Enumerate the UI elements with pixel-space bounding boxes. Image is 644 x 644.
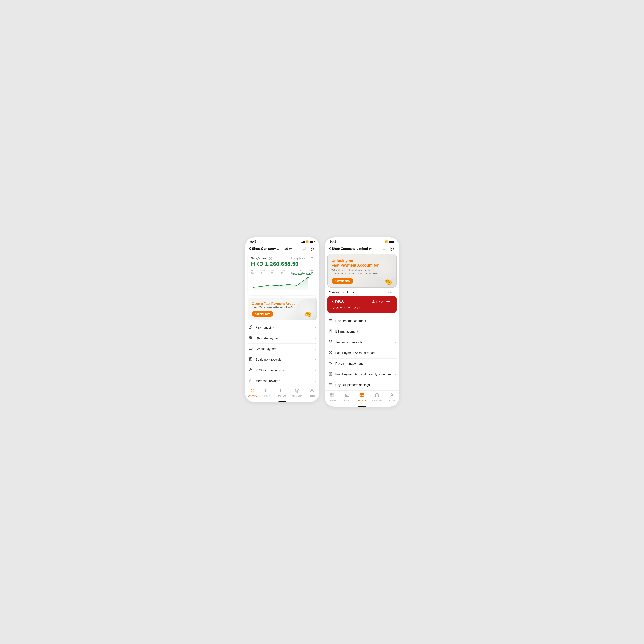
fpa-report-icon	[328, 351, 333, 355]
menu-item-payout-settings[interactable]: Pay-Out platform settings ›	[327, 380, 397, 390]
line-chart	[251, 276, 313, 291]
menu-list-1: Payment Link › QR code payment ›	[248, 322, 317, 386]
activate-btn-2[interactable]: Activate Now	[332, 278, 353, 284]
info-icon[interactable]: i	[269, 257, 272, 260]
home-indicator-2	[358, 406, 366, 407]
payee-mgmt-icon	[328, 361, 333, 366]
activate-btn-1[interactable]: Activate Now	[252, 311, 274, 317]
time-1: 9:41	[250, 240, 256, 243]
menu-item-qr[interactable]: QR code payment ›	[248, 333, 317, 344]
overview-icon	[250, 388, 255, 394]
nav-payin-1[interactable]: Pay-In	[262, 388, 273, 397]
svg-rect-9	[249, 338, 250, 339]
svg-rect-61	[330, 393, 332, 395]
arrow-fpa-statement: ›	[395, 373, 396, 376]
scan-icon-2[interactable]	[389, 246, 395, 252]
arrow-payment-mgmt: ›	[395, 319, 396, 323]
arrow-settlement: ›	[315, 358, 316, 361]
nav-label-overview-2: Overview	[328, 399, 337, 401]
nav-label-profile-2: Profile	[389, 399, 395, 401]
svg-rect-2	[311, 249, 312, 250]
svg-point-71	[391, 394, 393, 395]
message-icon-2[interactable]	[380, 246, 387, 252]
bank-card-balance: HKD ****** ›	[372, 300, 393, 304]
menu-label-bill-mgmt: Bill management	[335, 330, 358, 333]
status-icons-2: 📶	[381, 240, 394, 243]
nav-label-application-1: Application	[292, 395, 302, 397]
arrow-bill-mgmt: ›	[395, 330, 396, 333]
company-name-text-1: K Shop Company Limited	[249, 247, 288, 251]
payin-update: Last update at : 14:00	[291, 257, 313, 260]
swap-icon-2[interactable]: ⇄	[369, 247, 372, 251]
company-name-text-2: K Shop Company Limited	[329, 247, 368, 251]
menu-label-fpa-statement: Fast Payment Account monthly statement	[335, 373, 392, 376]
menu-item-payment-mgmt[interactable]: Payment management ›	[327, 316, 397, 326]
application-nav-icon-1	[295, 388, 299, 394]
arrow-create-payment: ›	[315, 347, 316, 351]
svg-rect-63	[330, 395, 332, 397]
message-icon[interactable]	[301, 246, 307, 252]
section-title-bank: Connect to Bank	[329, 291, 354, 294]
menu-item-pos[interactable]: POS income records ›	[248, 365, 317, 376]
menu-item-transaction[interactable]: Transaction records ›	[327, 337, 397, 348]
rewards-icon	[248, 379, 253, 383]
nav-label-application-2: Application	[372, 399, 382, 401]
nav-payout-1[interactable]: Pay-Out	[276, 388, 288, 397]
wifi-icon: 📶	[305, 240, 309, 243]
svg-rect-32	[280, 389, 284, 392]
menu-item-create-payment[interactable]: Create payment ›	[248, 344, 317, 354]
app-header-2: K Shop Company Limited ⇄	[325, 244, 399, 254]
swap-icon-1[interactable]: ⇄	[289, 247, 292, 251]
payment-mgmt-icon	[328, 319, 333, 323]
menu-item-fpa-statement[interactable]: Fast Payment Account monthly statement ›	[327, 369, 397, 380]
scan-icon[interactable]	[310, 246, 316, 252]
payin-amount: HKD 1,260,658.50	[251, 261, 313, 267]
nav-application-1[interactable]: Application	[291, 388, 303, 397]
svg-rect-48	[329, 342, 330, 343]
menu-label-pos: POS income records	[256, 369, 284, 372]
svg-rect-64	[332, 395, 334, 397]
wifi-icon-2: 📶	[385, 240, 388, 243]
svg-rect-65	[345, 394, 349, 397]
nav-profile-2[interactable]: Profile	[386, 393, 397, 401]
payment-link-icon	[248, 325, 253, 330]
svg-rect-3	[313, 249, 314, 250]
svg-point-51	[330, 362, 330, 363]
bottom-nav-2: Overview Pay-In Pay-Out Application	[325, 390, 399, 405]
nav-profile-1[interactable]: Profile	[306, 388, 318, 397]
transaction-icon	[328, 340, 333, 345]
menu-item-bill-mgmt[interactable]: Bill management ›	[327, 326, 397, 337]
profile-nav-icon-2	[389, 393, 394, 399]
nav-payout-2[interactable]: Pay-Out	[356, 393, 368, 401]
menu-label-settlement: Settlement records	[256, 358, 281, 361]
create-payment-icon	[248, 347, 253, 351]
eye-off-icon[interactable]	[372, 300, 375, 304]
bottom-nav-1: Overview Pay-In Pay-Out Application	[245, 386, 319, 400]
svg-rect-0	[311, 247, 312, 248]
profile-nav-icon-1	[310, 388, 314, 394]
menu-label-payment-mgmt: Payment management	[335, 319, 366, 323]
menu-list-2: Payment management › Bill management ›	[327, 316, 397, 390]
nav-application-2[interactable]: Application	[371, 393, 383, 401]
nav-overview-1[interactable]: Overview	[247, 388, 258, 397]
application-nav-icon-2	[375, 393, 379, 399]
nav-label-payout-2: Pay-Out	[358, 399, 366, 401]
payin-nav-icon-2	[345, 393, 349, 399]
menu-item-payment-link[interactable]: Payment Link ›	[248, 322, 317, 333]
nav-payin-2[interactable]: Pay-In	[341, 393, 353, 401]
svg-rect-37	[391, 249, 392, 250]
nav-overview-2[interactable]: Overview	[326, 393, 338, 401]
header-icons-2	[380, 246, 395, 252]
menu-item-fpa-report[interactable]: Fast Payment Account report ›	[327, 348, 397, 359]
menu-item-settlement[interactable]: Settlement records ›	[248, 354, 317, 365]
arrow-transaction: ›	[395, 341, 396, 344]
svg-point-34	[311, 389, 313, 391]
arrow-rewards: ›	[315, 379, 316, 383]
nav-label-profile-1: Profile	[309, 395, 315, 397]
dbs-bank-card[interactable]: ✕ DBS HKD ****** › 1234 **** **** 5678	[327, 296, 397, 313]
menu-label-fpa-report: Fast Payment Account report	[335, 351, 375, 355]
menu-item-payee-mgmt[interactable]: Payee management ›	[327, 359, 397, 369]
section-more-bank[interactable]: More ›	[388, 291, 395, 294]
menu-item-rewards[interactable]: Merchant rewards ›	[248, 376, 317, 386]
connect-bank-header: Connect to Bank More ›	[325, 289, 399, 296]
